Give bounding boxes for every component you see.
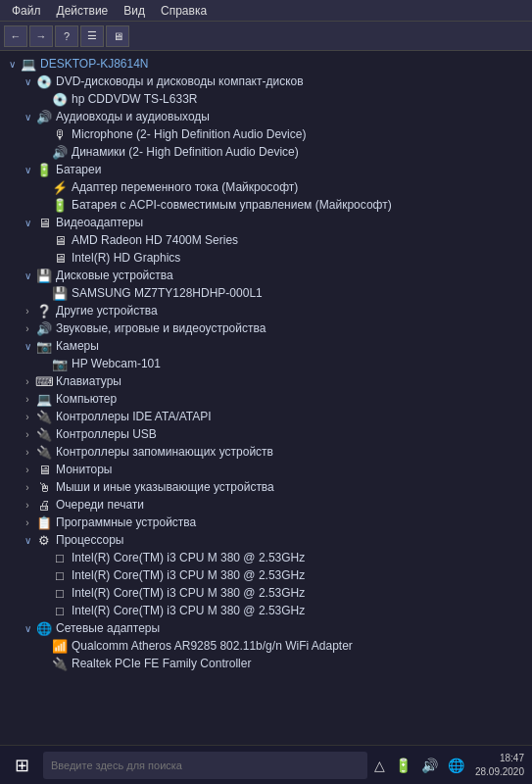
help-button[interactable]: ?: [55, 25, 78, 47]
device-label: Qualcomm Atheros AR9285 802.11b/g/n WiFi…: [72, 639, 353, 653]
device-label: DVD-дисководы и дисководы компакт-дисков: [56, 74, 304, 88]
expand-arrow-icon[interactable]: ∨: [20, 165, 35, 175]
device-icon: 🎙: [51, 126, 69, 142]
tree-item[interactable]: ›💻Компьютер: [4, 390, 528, 408]
menu-file[interactable]: Файл: [4, 2, 49, 20]
expand-arrow-icon[interactable]: ∨: [20, 623, 35, 634]
expand-arrow-icon[interactable]: ›: [20, 376, 35, 387]
tree-item[interactable]: 🔊Динамики (2- High Definition Audio Devi…: [4, 143, 528, 161]
expand-arrow-icon[interactable]: ∨: [20, 270, 35, 281]
tree-item[interactable]: ›📋Программные устройства: [4, 514, 528, 531]
tree-item[interactable]: 💿hp CDDVDW TS-L633R: [4, 90, 528, 108]
tree-item[interactable]: ›🔊Звуковые, игровые и видеоустройства: [4, 319, 528, 337]
device-label: Процессоры: [56, 533, 124, 547]
device-label: Батареи: [56, 163, 101, 176]
tree-item[interactable]: ›🔌Контроллеры запоминающих устройств: [4, 443, 528, 461]
device-icon: 🌐: [35, 620, 53, 636]
tree-item[interactable]: 🔌Realtek PCIe FE Family Controller: [4, 655, 528, 672]
system-tray: △ 🔋 🔊 🌐 18:47 28.09.2020: [371, 752, 528, 779]
tree-item[interactable]: ∨💾Дисковые устройства: [4, 267, 528, 284]
expand-arrow-icon[interactable]: ›: [20, 465, 35, 475]
expand-arrow-icon[interactable]: ∨: [20, 218, 35, 228]
device-icon: 💾: [35, 268, 53, 283]
tree-item[interactable]: ⚡Адаптер переменного тока (Майкрософт): [4, 178, 528, 196]
tree-item[interactable]: □Intel(R) Core(TM) i3 CPU M 380 @ 2.53GH…: [4, 566, 528, 584]
tree-item[interactable]: ∨🌐Сетевые адаптеры: [4, 619, 528, 637]
device-label: Сетевые адаптеры: [56, 621, 160, 635]
device-label: Intel(R) Core(TM) i3 CPU M 380 @ 2.53GHz: [72, 568, 305, 582]
device-icon: 🔌: [35, 426, 53, 442]
tree-item[interactable]: □Intel(R) Core(TM) i3 CPU M 380 @ 2.53GH…: [4, 602, 528, 619]
expand-arrow-icon[interactable]: ∨: [20, 341, 35, 352]
start-button[interactable]: ⊞: [4, 748, 39, 783]
tree-item[interactable]: 🔋Батарея с ACPI-совместимым управлением …: [4, 196, 528, 214]
menu-view[interactable]: Вид: [116, 2, 153, 20]
tree-item[interactable]: 📷HP Webcam-101: [4, 355, 528, 372]
expand-arrow-icon[interactable]: ›: [20, 394, 35, 405]
device-icon: 🔌: [51, 656, 69, 671]
tree-item[interactable]: 🖥Intel(R) HD Graphics: [4, 249, 528, 267]
tray-network[interactable]: 🌐: [445, 756, 467, 775]
device-label: Другие устройства: [56, 304, 158, 318]
expand-arrow-icon[interactable]: ∨: [20, 76, 35, 87]
tree-item[interactable]: ›🖱Мыши и иные указывающие устройства: [4, 478, 528, 496]
device-icon: 🖥: [35, 215, 53, 230]
tree-item[interactable]: ∨🔊Аудиовходы и аудиовыходы: [4, 108, 528, 125]
back-button[interactable]: ←: [4, 25, 27, 47]
tree-item[interactable]: ›🔌Контроллеры USB: [4, 425, 528, 443]
device-icon: 📷: [35, 338, 53, 354]
tray-arrow[interactable]: △: [371, 756, 388, 775]
expand-arrow-icon[interactable]: ›: [20, 412, 35, 422]
tree-item[interactable]: □Intel(R) Core(TM) i3 CPU M 380 @ 2.53GH…: [4, 584, 528, 602]
device-icon: 🔊: [35, 320, 53, 336]
expand-arrow-icon[interactable]: ›: [20, 306, 35, 317]
device-label: Клавиатуры: [56, 374, 121, 388]
tree-item[interactable]: ›❔Другие устройства: [4, 302, 528, 319]
tree-item[interactable]: 📶Qualcomm Atheros AR9285 802.11b/g/n WiF…: [4, 637, 528, 655]
monitor-button[interactable]: 🖥: [106, 25, 129, 47]
expand-arrow-icon[interactable]: ∨: [20, 112, 35, 122]
tray-volume[interactable]: 🔊: [418, 756, 441, 775]
forward-button[interactable]: →: [29, 25, 53, 47]
taskbar-search-input[interactable]: [43, 752, 367, 779]
tree-item[interactable]: □Intel(R) Core(TM) i3 CPU M 380 @ 2.53GH…: [4, 549, 528, 566]
device-label: Контроллеры запоминающих устройств: [56, 445, 273, 459]
device-icon: 🖥: [51, 250, 69, 266]
tray-battery[interactable]: 🔋: [392, 756, 414, 775]
device-label: Intel(R) Core(TM) i3 CPU M 380 @ 2.53GHz: [72, 586, 305, 600]
menu-action[interactable]: Действие: [49, 2, 117, 20]
expand-arrow-icon[interactable]: ›: [20, 482, 35, 493]
expand-arrow-icon[interactable]: ›: [20, 429, 35, 440]
device-icon: ❔: [35, 303, 53, 318]
tree-item[interactable]: ∨🔋Батареи: [4, 161, 528, 178]
tree-item[interactable]: ∨🖥Видеоадаптеры: [4, 214, 528, 231]
device-label: Intel(R) Core(TM) i3 CPU M 380 @ 2.53GHz: [72, 551, 305, 564]
device-icon: □: [51, 585, 69, 601]
expand-arrow-icon[interactable]: ›: [20, 323, 35, 334]
menu-help[interactable]: Справка: [153, 2, 215, 20]
device-icon: 💿: [35, 74, 53, 89]
device-label: Аудиовходы и аудиовыходы: [56, 110, 210, 123]
device-label: hp CDDVDW TS-L633R: [72, 92, 197, 106]
tree-item[interactable]: ›🖨Очереди печати: [4, 496, 528, 514]
expand-arrow-icon[interactable]: ›: [20, 500, 35, 511]
tree-item[interactable]: 💾SAMSUNG MZ7TY128HDHP-000L1: [4, 284, 528, 302]
tree-item[interactable]: ∨⚙Процессоры: [4, 531, 528, 549]
expand-arrow-icon[interactable]: ›: [20, 447, 35, 458]
device-icon: □: [51, 567, 69, 583]
expand-arrow-icon[interactable]: ∨: [4, 59, 20, 70]
tree-item[interactable]: ›🖥Мониторы: [4, 461, 528, 478]
tree-item[interactable]: 🎙Microphone (2- High Definition Audio De…: [4, 125, 528, 143]
tree-item[interactable]: 🖥AMD Radeon HD 7400M Series: [4, 231, 528, 249]
expand-arrow-icon[interactable]: ›: [20, 517, 35, 528]
tree-item[interactable]: ›⌨Клавиатуры: [4, 372, 528, 390]
device-icon: 💻: [20, 56, 37, 72]
tree-item[interactable]: ∨📷Камеры: [4, 337, 528, 355]
tree-item[interactable]: ∨💿DVD-дисководы и дисководы компакт-диск…: [4, 73, 528, 90]
tree-item[interactable]: ∨💻DESKTOP-KJ8614N: [4, 55, 528, 73]
expand-arrow-icon[interactable]: ∨: [20, 535, 35, 546]
device-icon: 🔌: [35, 444, 53, 460]
device-icon: 💻: [35, 391, 53, 407]
properties-button[interactable]: ☰: [80, 25, 104, 47]
tree-item[interactable]: ›🔌Контроллеры IDE ATA/ATAPI: [4, 408, 528, 425]
